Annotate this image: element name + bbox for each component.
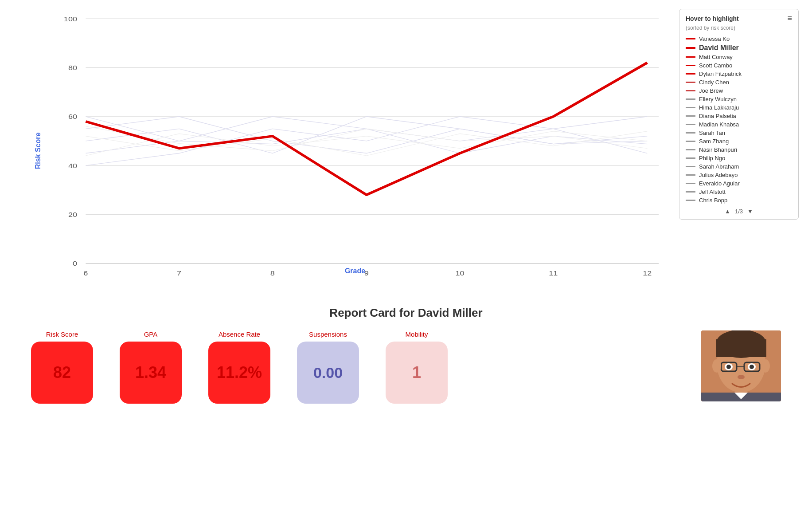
metric-item-suspensions: Suspensions 0.00 — [297, 330, 359, 404]
legend-item-sarah-abraham[interactable]: Sarah Abraham — [686, 162, 792, 171]
legend-item-matt-conway[interactable]: Matt Conway — [686, 53, 792, 61]
svg-text:10: 10 — [456, 270, 465, 277]
legend-name-diana-palsetia: Diana Palsetia — [699, 113, 736, 119]
legend-item-hima-lakkaraju[interactable]: Hima Lakkaraju — [686, 103, 792, 112]
legend-line-matt-conway — [686, 56, 695, 58]
x-axis-label: Grade — [345, 267, 365, 275]
metric-box-risk-score: 82 — [31, 342, 93, 404]
legend-title: Hover to highlight — [686, 15, 739, 22]
legend-item-sarah-tan[interactable]: Sarah Tan — [686, 129, 792, 137]
legend-item-jeff-alstott[interactable]: Jeff Alstott — [686, 188, 792, 196]
legend-line-sam-zhang — [686, 141, 695, 142]
legend-item-vanessa-ko[interactable]: Vanessa Ko — [686, 35, 792, 43]
metric-label-risk-score: Risk Score — [46, 330, 78, 338]
legend-item-madian-khabsa[interactable]: Madian Khabsa — [686, 120, 792, 129]
main-container: Risk Score Grade 100 80 60 40 20 0 — [0, 0, 812, 413]
legend-name-scott-cambo: Scott Cambo — [699, 62, 732, 69]
legend-item-philip-ngo[interactable]: Philip Ngo — [686, 154, 792, 162]
legend-name-madian-khabsa: Madian Khabsa — [699, 121, 739, 128]
legend-line-madian-khabsa — [686, 124, 695, 125]
legend-item-nasir-bhanpuri[interactable]: Nasir Bhanpuri — [686, 145, 792, 154]
legend-name-philip-ngo: Philip Ngo — [699, 155, 725, 161]
legend-page-indicator: 1/3 — [735, 208, 743, 215]
chart-wrapper: Risk Score Grade 100 80 60 40 20 0 — [40, 9, 670, 293]
legend-item-dylan-fitzpatrick[interactable]: Dylan Fitzpatrick — [686, 70, 792, 78]
metric-label-suspensions: Suspensions — [309, 330, 347, 338]
y-axis-label: Risk Score — [34, 133, 42, 169]
legend-subtitle: (sorted by risk score) — [686, 25, 792, 31]
chart-area: Risk Score Grade 100 80 60 40 20 0 — [13, 9, 799, 293]
svg-text:80: 80 — [68, 64, 77, 71]
legend-line-philip-ngo — [686, 157, 695, 159]
legend-line-nasir-bhanpuri — [686, 149, 695, 150]
legend-name-hima-lakkaraju: Hima Lakkaraju — [699, 104, 739, 111]
report-card-title: Report Card for David Miller — [13, 306, 799, 320]
legend-name-jeff-alstott: Jeff Alstott — [699, 189, 726, 195]
legend-name-sam-zhang: Sam Zhang — [699, 138, 729, 145]
legend-next-button[interactable]: ▼ — [747, 208, 753, 215]
svg-point-30 — [738, 375, 745, 379]
legend-name-chris-bopp: Chris Bopp — [699, 197, 727, 204]
svg-text:0: 0 — [73, 260, 77, 267]
legend-line-joe-brew — [686, 90, 695, 91]
metric-item-risk-score: Risk Score 82 — [31, 330, 93, 404]
metric-box-suspensions: 0.00 — [297, 342, 359, 404]
svg-text:12: 12 — [643, 270, 652, 277]
svg-text:40: 40 — [68, 162, 77, 169]
legend-item-everaldo-aguiar[interactable]: Everaldo Aguiar — [686, 179, 792, 188]
metric-label-mobility: Mobility — [406, 330, 428, 338]
svg-point-31 — [712, 359, 721, 373]
chart-svg: 100 80 60 40 20 0 6 7 8 9 10 11 12 — [40, 9, 670, 293]
legend-item-sam-zhang[interactable]: Sam Zhang — [686, 137, 792, 145]
legend-item-joe-brew[interactable]: Joe Brew — [686, 86, 792, 95]
legend-prev-button[interactable]: ▲ — [725, 208, 730, 215]
legend-name-julius-adebayo: Julius Adebayo — [699, 172, 738, 178]
legend-line-jeff-alstott — [686, 191, 695, 193]
legend-name-david-miller: David Miller — [699, 44, 739, 52]
avatar — [701, 330, 781, 401]
legend-line-david-miller — [686, 47, 695, 49]
legend-item-julius-adebayo[interactable]: Julius Adebayo — [686, 171, 792, 179]
legend-name-nasir-bhanpuri: Nasir Bhanpuri — [699, 146, 737, 153]
legend-name-cindy-chen: Cindy Chen — [699, 79, 729, 86]
metric-box-absence-rate: 11.2% — [208, 342, 270, 404]
svg-text:6: 6 — [83, 270, 88, 277]
legend-item-diana-palsetia[interactable]: Diana Palsetia — [686, 112, 792, 120]
svg-text:7: 7 — [177, 270, 181, 277]
metric-item-gpa: GPA 1.34 — [120, 330, 182, 404]
svg-text:11: 11 — [549, 270, 558, 277]
legend-line-diana-palsetia — [686, 115, 695, 117]
metric-item-absence-rate: Absence Rate 11.2% — [208, 330, 270, 404]
legend-line-dylan-fitzpatrick — [686, 73, 695, 75]
svg-text:100: 100 — [64, 15, 77, 23]
svg-rect-22 — [716, 339, 766, 357]
legend-items-list: Vanessa Ko David Miller Matt Conway Scot… — [686, 35, 792, 204]
legend-item-cindy-chen[interactable]: Cindy Chen — [686, 78, 792, 86]
svg-point-28 — [726, 365, 731, 369]
legend-line-cindy-chen — [686, 82, 695, 83]
metric-label-absence-rate: Absence Rate — [219, 330, 260, 338]
legend-item-david-miller[interactable]: David Miller — [686, 43, 792, 53]
legend-menu-icon[interactable]: ≡ — [787, 14, 792, 23]
legend-line-julius-adebayo — [686, 174, 695, 176]
legend-item-ellery-wulczyn[interactable]: Ellery Wulczyn — [686, 95, 792, 103]
metrics-row: Risk Score 82 GPA 1.34 Absence Rate 11.2… — [13, 330, 799, 404]
legend-line-everaldo-aguiar — [686, 183, 695, 184]
legend-name-joe-brew: Joe Brew — [699, 87, 723, 94]
legend-header: Hover to highlight ≡ — [686, 14, 792, 23]
legend-name-everaldo-aguiar: Everaldo Aguiar — [699, 180, 740, 187]
svg-text:60: 60 — [68, 113, 77, 121]
metric-item-mobility: Mobility 1 — [386, 330, 448, 404]
legend-item-chris-bopp[interactable]: Chris Bopp — [686, 196, 792, 204]
legend-name-vanessa-ko: Vanessa Ko — [699, 35, 730, 42]
legend-name-sarah-abraham: Sarah Abraham — [699, 163, 739, 170]
legend-line-sarah-tan — [686, 132, 695, 134]
svg-text:20: 20 — [68, 211, 77, 218]
metric-box-mobility: 1 — [386, 342, 448, 404]
svg-point-29 — [750, 365, 754, 369]
legend-pagination: ▲ 1/3 ▼ — [686, 208, 792, 215]
legend-item-scott-cambo[interactable]: Scott Cambo — [686, 61, 792, 70]
legend-line-ellery-wulczyn — [686, 98, 695, 100]
metric-box-gpa: 1.34 — [120, 342, 182, 404]
legend-name-sarah-tan: Sarah Tan — [699, 130, 725, 136]
